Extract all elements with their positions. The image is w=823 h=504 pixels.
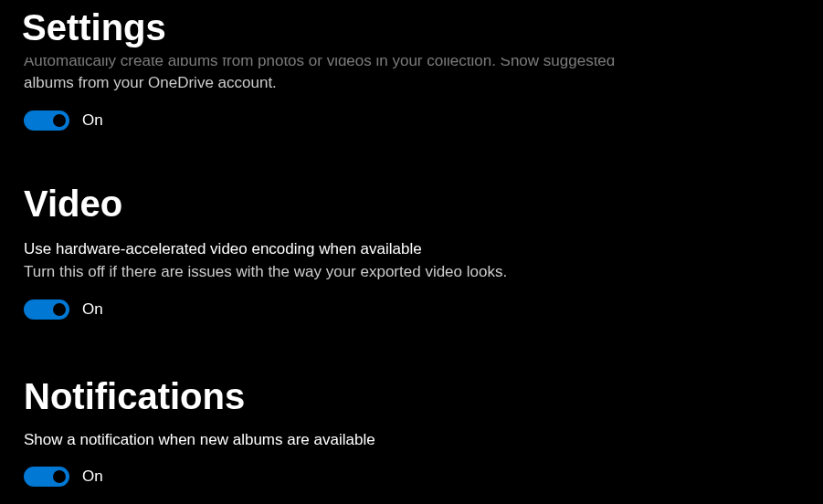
notifications-toggle-row: On	[24, 467, 799, 487]
notifications-setting-title: Show a notification when new albums are …	[24, 430, 799, 450]
video-setting-title: Use hardware-accelerated video encoding …	[24, 239, 799, 259]
toggle-knob	[53, 303, 66, 316]
video-setting-desc: Turn this off if there are issues with t…	[24, 261, 799, 283]
albums-toggle-row: On	[24, 110, 799, 131]
page-title: Settings	[22, 7, 801, 48]
notifications-toggle[interactable]	[24, 467, 69, 487]
video-toggle-label: On	[82, 300, 103, 319]
settings-header: Settings	[0, 0, 823, 58]
toggle-knob	[53, 470, 66, 483]
notifications-toggle-label: On	[82, 467, 103, 486]
notifications-heading: Notifications	[24, 376, 799, 417]
settings-content: Automatically create albums from photos …	[0, 50, 823, 487]
video-heading: Video	[24, 184, 799, 225]
albums-toggle[interactable]	[24, 110, 69, 131]
video-toggle-row: On	[24, 299, 799, 320]
albums-desc-line2: albums from your OneDrive account.	[24, 72, 645, 94]
toggle-knob	[53, 114, 66, 127]
albums-toggle-label: On	[82, 111, 103, 130]
video-toggle[interactable]	[24, 299, 69, 320]
